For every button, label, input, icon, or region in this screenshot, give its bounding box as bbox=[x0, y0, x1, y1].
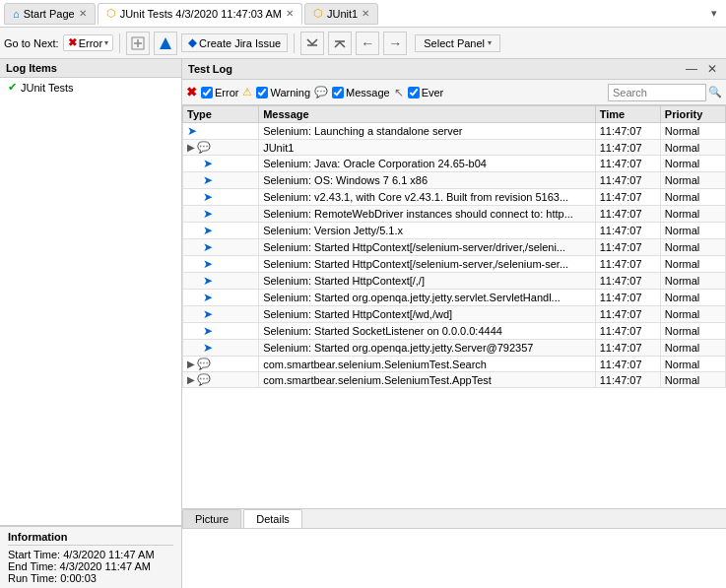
row-time-cell: 11:47:07 bbox=[595, 140, 660, 156]
row-time-cell: 11:47:07 bbox=[595, 189, 660, 206]
filter-message-checkbox[interactable] bbox=[332, 87, 344, 98]
table-row[interactable]: ➤Selenium: Started HttpContext[/wd,/wd]1… bbox=[183, 306, 726, 323]
nav-arrows-btn1[interactable] bbox=[300, 32, 324, 55]
table-row[interactable]: ➤Selenium: Started org.openqa.jetty.jett… bbox=[183, 340, 726, 357]
search-input[interactable] bbox=[608, 84, 706, 101]
log-table[interactable]: Type Message Time Priority ➤Selenium: La… bbox=[182, 105, 726, 508]
tab-overflow-btn[interactable]: ▾ bbox=[706, 6, 722, 22]
table-row[interactable]: ▶💬JUnit111:47:07Normal bbox=[183, 140, 726, 156]
row-time-cell: 11:47:07 bbox=[595, 372, 660, 388]
row-type-cell: ➤ bbox=[183, 239, 259, 256]
filter-ever-checkbox-label[interactable]: Ever bbox=[408, 87, 444, 98]
filter-error-label: Error bbox=[215, 87, 238, 98]
nav-up-btn[interactable] bbox=[126, 32, 150, 55]
nav-back-btn[interactable]: ← bbox=[356, 32, 379, 55]
log-item-junit[interactable]: ✔ JUnit Tests bbox=[0, 78, 181, 97]
create-jira-btn[interactable]: ◆ Create Jira Issue bbox=[181, 33, 288, 52]
table-row[interactable]: ➤Selenium: Started HttpContext[/selenium… bbox=[183, 239, 726, 256]
information-panel: Information Start Time: 4/3/2020 11:47 A… bbox=[0, 526, 181, 588]
nav-toolbar-btn2[interactable] bbox=[154, 32, 177, 55]
panel-close-btn[interactable]: ✕ bbox=[704, 61, 720, 77]
filter-message-checkbox-label[interactable]: Message bbox=[332, 87, 390, 98]
svg-marker-1 bbox=[160, 37, 171, 49]
col-header-type: Type bbox=[183, 106, 259, 123]
tab-junit-tests[interactable]: ⬡ JUnit Tests 4/3/2020 11:47:03 AM ✕ bbox=[98, 3, 302, 25]
row-time-cell: 11:47:07 bbox=[595, 273, 660, 290]
start-time-row: Start Time: 4/3/2020 11:47 AM bbox=[8, 549, 173, 560]
nav-arrows-btn2[interactable] bbox=[328, 32, 352, 55]
test-log-table: Type Message Time Priority ➤Selenium: La… bbox=[182, 105, 726, 388]
nav-forward-btn[interactable]: → bbox=[383, 32, 407, 55]
select-panel-label: Select Panel bbox=[424, 37, 485, 49]
test-log-header: Test Log — ✕ bbox=[182, 59, 726, 80]
row-message-cell: Selenium: Started SocketListener on 0.0.… bbox=[259, 323, 596, 340]
table-row[interactable]: ➤Selenium: Version Jetty/5.1.x11:47:07No… bbox=[183, 223, 726, 239]
tab-close-junit[interactable]: ✕ bbox=[286, 8, 294, 19]
sep2 bbox=[294, 33, 295, 53]
filter-error-checkbox-label[interactable]: Error bbox=[201, 87, 238, 98]
log-items-title: Log Items bbox=[0, 59, 181, 78]
row-type-cell: ➤ bbox=[183, 123, 259, 140]
table-row[interactable]: ➤Selenium: Launching a standalone server… bbox=[183, 123, 726, 140]
filter-warning-checkbox[interactable] bbox=[256, 87, 268, 98]
row-type-cell: ➤ bbox=[183, 340, 259, 357]
row-time-cell: 11:47:07 bbox=[595, 323, 660, 340]
tab-junit1[interactable]: ⬡ JUnit1 ✕ bbox=[304, 3, 378, 25]
row-priority-cell: Normal bbox=[660, 140, 725, 156]
panel-controls: — ✕ bbox=[683, 61, 720, 77]
row-time-cell: 11:47:07 bbox=[595, 223, 660, 239]
tab-picture[interactable]: Picture bbox=[182, 509, 241, 528]
table-row[interactable]: ➤Selenium: Java: Oracle Corporation 24.6… bbox=[183, 156, 726, 172]
search-icon[interactable]: 🔍 bbox=[708, 86, 722, 98]
row-message-cell: Selenium: v2.43.1, with Core v2.43.1. Bu… bbox=[259, 189, 596, 206]
table-row[interactable]: ➤Selenium: Started HttpContext[/,/]11:47… bbox=[183, 273, 726, 290]
row-message-cell: Selenium: Started HttpContext[/selenium-… bbox=[259, 239, 596, 256]
error-dropdown-icon: ▾ bbox=[104, 38, 108, 47]
table-row[interactable]: ➤Selenium: Started HttpContext[/selenium… bbox=[183, 256, 726, 273]
row-time-cell: 11:47:07 bbox=[595, 290, 660, 306]
bottom-tab-content bbox=[182, 529, 726, 588]
row-type-cell: ▶💬 bbox=[183, 357, 259, 372]
row-priority-cell: Normal bbox=[660, 372, 725, 388]
select-panel-btn[interactable]: Select Panel ▾ bbox=[415, 34, 500, 52]
row-message-cell: Selenium: Started org.openqa.jetty.jetty… bbox=[259, 340, 596, 357]
row-type-cell: ➤ bbox=[183, 172, 259, 189]
row-message-cell: Selenium: Started org.openqa.jetty.jetty… bbox=[259, 290, 596, 306]
row-type-cell: ➤ bbox=[183, 256, 259, 273]
table-row[interactable]: ➤Selenium: Started org.openqa.jetty.jett… bbox=[183, 290, 726, 306]
table-row[interactable]: ➤Selenium: RemoteWebDriver instances sho… bbox=[183, 206, 726, 223]
row-type-cell: ➤ bbox=[183, 306, 259, 323]
filter-error-checkbox[interactable] bbox=[201, 87, 213, 98]
table-row[interactable]: ▶💬com.smartbear.selenium.SeleniumTest.Se… bbox=[183, 357, 726, 372]
start-time-value: 4/3/2020 11:47 AM bbox=[63, 549, 154, 560]
table-header-row: Type Message Time Priority bbox=[183, 106, 726, 123]
row-type-cell: ➤ bbox=[183, 156, 259, 172]
panel-minimize-btn[interactable]: — bbox=[683, 61, 700, 77]
row-priority-cell: Normal bbox=[660, 273, 725, 290]
error-x-icon: ✖ bbox=[68, 36, 77, 49]
tab-close-start[interactable]: ✕ bbox=[79, 8, 87, 19]
filter-warning-checkbox-label[interactable]: Warning bbox=[256, 87, 310, 98]
tab-details[interactable]: Details bbox=[243, 509, 302, 528]
tab-close-junit1[interactable]: ✕ bbox=[362, 8, 369, 19]
row-time-cell: 11:47:07 bbox=[595, 172, 660, 189]
table-row[interactable]: ➤Selenium: Started SocketListener on 0.0… bbox=[183, 323, 726, 340]
tab-start-page[interactable]: ⌂ Start Page ✕ bbox=[4, 3, 96, 25]
row-type-cell: ➤ bbox=[183, 290, 259, 306]
error-badge[interactable]: ✖ Error ▾ bbox=[63, 34, 113, 51]
table-row[interactable]: ▶💬com.smartbear.selenium.SeleniumTest.Ap… bbox=[183, 372, 726, 388]
test-log-title: Test Log bbox=[188, 63, 232, 75]
row-type-cell: ➤ bbox=[183, 223, 259, 239]
col-header-message: Message bbox=[259, 106, 596, 123]
filter-ever-checkbox[interactable] bbox=[408, 87, 420, 98]
row-type-cell: ➤ bbox=[183, 206, 259, 223]
left-panel: Log Items ✔ JUnit Tests Information Star… bbox=[0, 59, 182, 588]
row-message-cell: Selenium: Started HttpContext[/selenium-… bbox=[259, 256, 596, 273]
table-row[interactable]: ➤Selenium: OS: Windows 7 6.1 x8611:47:07… bbox=[183, 172, 726, 189]
table-row[interactable]: ➤Selenium: v2.43.1, with Core v2.43.1. B… bbox=[183, 189, 726, 206]
junit1-icon: ⬡ bbox=[313, 7, 323, 20]
log-item-junit-label: JUnit Tests bbox=[21, 82, 74, 94]
filter-message-label: Message bbox=[346, 87, 390, 98]
row-type-cell: ➤ bbox=[183, 189, 259, 206]
row-type-cell: ➤ bbox=[183, 273, 259, 290]
